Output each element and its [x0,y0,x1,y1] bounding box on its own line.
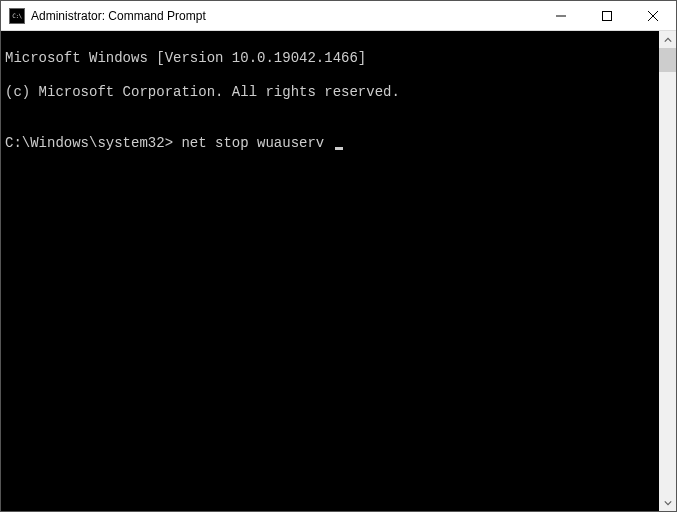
cmd-icon-glyph: C:\ [12,13,21,19]
vertical-scrollbar[interactable] [659,31,676,511]
terminal-output[interactable]: Microsoft Windows [Version 10.0.19042.14… [1,31,659,511]
maximize-button[interactable] [584,1,630,30]
terminal-prompt: C:\Windows\system32> [5,135,173,152]
terminal-line: (c) Microsoft Corporation. All rights re… [5,84,655,101]
close-button[interactable] [630,1,676,30]
cmd-icon: C:\ [9,8,25,24]
window-title: Administrator: Command Prompt [31,9,538,23]
content-area: Microsoft Windows [Version 10.0.19042.14… [1,31,676,511]
svg-rect-1 [603,11,612,20]
close-icon [648,11,658,21]
scroll-down-button[interactable] [659,494,676,511]
minimize-button[interactable] [538,1,584,30]
minimize-icon [556,11,566,21]
chevron-up-icon [664,36,672,44]
terminal-line: Microsoft Windows [Version 10.0.19042.14… [5,50,655,67]
scroll-thumb[interactable] [659,48,676,72]
chevron-down-icon [664,499,672,507]
scroll-track[interactable] [659,48,676,494]
maximize-icon [602,11,612,21]
titlebar[interactable]: C:\ Administrator: Command Prompt [1,1,676,31]
terminal-command: net stop wuauserv [181,135,324,152]
terminal-cursor [335,147,343,150]
terminal-prompt-line: C:\Windows\system32> net stop wuauserv [5,135,655,152]
scroll-up-button[interactable] [659,31,676,48]
command-prompt-window: C:\ Administrator: Command Prompt Micros… [0,0,677,512]
window-controls [538,1,676,30]
